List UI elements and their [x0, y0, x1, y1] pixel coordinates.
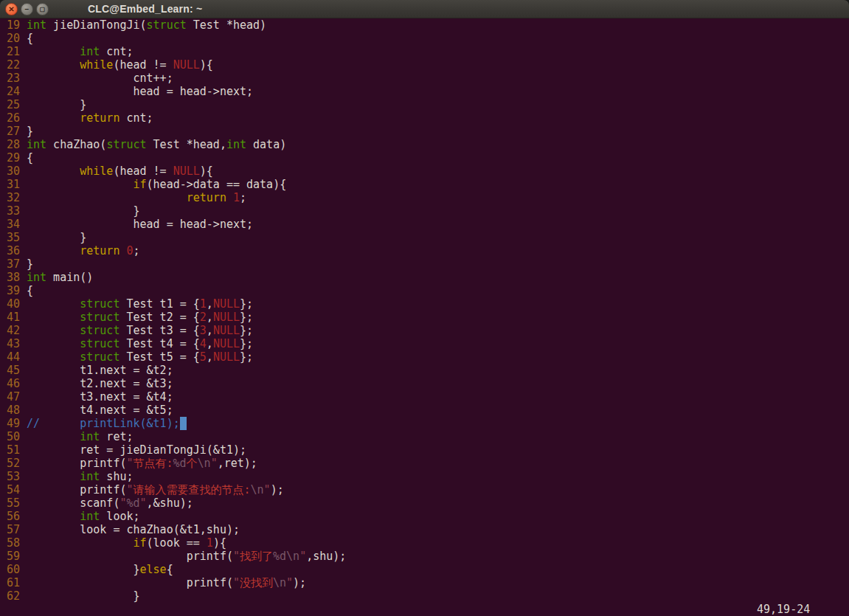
line-number: 56	[0, 510, 20, 523]
code-line[interactable]: 28int chaZhao(struct Test *head,int data…	[0, 138, 849, 151]
code-token	[226, 191, 233, 204]
code-line[interactable]: 53 int shu;	[0, 470, 849, 483]
code-line[interactable]: 48 t4.next = &t5;	[0, 404, 849, 417]
code-line[interactable]: 21 int cnt;	[0, 45, 849, 58]
code-token: struct	[147, 18, 187, 32]
code-token: head = head->next;	[27, 218, 253, 231]
line-number: 35	[0, 231, 20, 244]
window-title: CLC@Embed_Learn: ~	[88, 3, 202, 15]
code-line[interactable]: 58 if(look == 1){	[0, 536, 849, 550]
code-line[interactable]: 30 while(head != NULL){	[0, 165, 849, 178]
code-line[interactable]: 23 cnt++;	[0, 72, 849, 85]
close-button-icon[interactable]: ✕	[5, 3, 18, 15]
code-line[interactable]: 35 }	[0, 231, 849, 244]
line-number: 22	[0, 58, 20, 72]
code-line[interactable]: 46 t2.next = &t3;	[0, 377, 849, 390]
code-line[interactable]: 33 }	[0, 204, 849, 218]
code-token: (head !=	[113, 58, 173, 72]
code-line[interactable]: 42 struct Test t3 = {3,NULL};	[0, 324, 849, 337]
code-token: 请输入需要查找的节点:	[134, 483, 251, 496]
code-line[interactable]: 56 int look;	[0, 510, 849, 523]
code-token: "	[299, 550, 306, 563]
code-line[interactable]: 39{	[0, 284, 849, 297]
code-line[interactable]: 60 }else{	[0, 563, 849, 576]
code-line[interactable]: 51 ret = jieDianTongJi(&t1);	[0, 443, 849, 457]
code-line[interactable]: 36 return 0;	[0, 244, 849, 257]
line-number: 49	[0, 417, 20, 430]
code-token: printf(	[27, 550, 233, 563]
code-line[interactable]: 19int jieDianTongJi(struct Test *head)	[0, 18, 849, 32]
code-line[interactable]: 45 t1.next = &t2;	[0, 364, 849, 377]
code-token: NULL	[213, 297, 240, 311]
code-line[interactable]: 26 return cnt;	[0, 111, 849, 125]
line-number: 36	[0, 244, 20, 257]
code-text: if(look == 1){	[27, 536, 226, 550]
code-line[interactable]: 40 struct Test t1 = {1,NULL};	[0, 297, 849, 311]
code-text: int ret;	[27, 430, 134, 443]
code-token: "	[286, 576, 293, 589]
code-line[interactable]: 38int main()	[0, 271, 849, 284]
code-line[interactable]: 44 struct Test t5 = {5,NULL};	[0, 350, 849, 364]
line-number: 61	[0, 576, 20, 589]
line-number: 26	[0, 111, 20, 125]
code-text: t2.next = &t3;	[27, 377, 173, 390]
window-controls: ✕ − ▢	[5, 3, 49, 15]
code-line[interactable]: 52 printf("节点有:%d个\n",ret);	[0, 457, 849, 470]
code-line[interactable]: 41 struct Test t2 = {2,NULL};	[0, 311, 849, 324]
code-line[interactable]: 57 look = chaZhao(&t1,shu);	[0, 523, 849, 536]
code-line[interactable]: 55 scanf("%d",&shu);	[0, 496, 849, 510]
code-token	[27, 178, 134, 191]
code-text: }	[27, 257, 33, 271]
code-line[interactable]: 34 head = head->next;	[0, 218, 849, 231]
code-line[interactable]: 59 printf("找到了%d\n",shu);	[0, 550, 849, 563]
line-number: 20	[0, 32, 20, 45]
code-text: return cnt;	[27, 111, 153, 125]
code-token: Test t4 = {	[119, 337, 199, 350]
code-line[interactable]: 49// printLink(&t1);	[0, 417, 849, 430]
titlebar[interactable]: ✕ − ▢ CLC@Embed_Learn: ~	[0, 0, 849, 18]
code-token: 5	[200, 350, 207, 364]
code-token: if	[134, 178, 147, 191]
vim-editor[interactable]: 19int jieDianTongJi(struct Test *head)20…	[0, 18, 849, 616]
code-token	[27, 244, 80, 257]
line-number: 48	[0, 404, 20, 417]
code-token	[27, 191, 187, 204]
code-line[interactable]: 47 t3.next = &t4;	[0, 390, 849, 404]
code-text: }	[27, 98, 86, 111]
maximize-button-icon[interactable]: ▢	[36, 3, 49, 15]
code-token	[27, 311, 80, 324]
code-text: ret = jieDianTongJi(&t1);	[27, 443, 246, 457]
code-line[interactable]: 22 while(head != NULL){	[0, 58, 849, 72]
code-line[interactable]: 43 struct Test t4 = {4,NULL};	[0, 337, 849, 350]
code-text: while(head != NULL){	[27, 165, 213, 178]
code-line[interactable]: 54 printf("请输入需要查找的节点:\n");	[0, 483, 849, 496]
code-text: }	[27, 589, 140, 603]
code-line[interactable]: 27}	[0, 125, 849, 138]
code-line[interactable]: 25 }	[0, 98, 849, 111]
code-token: ,	[207, 350, 213, 364]
code-token: };	[240, 337, 253, 350]
line-number: 33	[0, 204, 20, 218]
code-token: "	[233, 550, 240, 563]
code-token: return	[80, 244, 119, 257]
code-token: ret = jieDianTongJi(&t1);	[27, 443, 246, 457]
code-line[interactable]: 37}	[0, 257, 849, 271]
code-token: ,	[207, 337, 213, 350]
code-line[interactable]: 29{	[0, 151, 849, 165]
code-token: if	[134, 536, 147, 550]
code-line[interactable]: 50 int ret;	[0, 430, 849, 443]
code-line[interactable]: 20{	[0, 32, 849, 45]
line-number: 30	[0, 165, 20, 178]
line-number: 62	[0, 589, 20, 603]
line-number: 32	[0, 191, 20, 204]
code-text: }else{	[27, 563, 173, 576]
minimize-button-icon[interactable]: −	[21, 3, 33, 15]
code-token	[27, 111, 80, 125]
code-token: printf(	[27, 483, 126, 496]
code-line[interactable]: 32 return 1;	[0, 191, 849, 204]
code-line[interactable]: 24 head = head->next;	[0, 85, 849, 98]
code-line[interactable]: 62 }	[0, 589, 849, 603]
code-line[interactable]: 61 printf("没找到\n");	[0, 576, 849, 589]
code-line[interactable]: 31 if(head->data == data){	[0, 178, 849, 191]
code-text: head = head->next;	[27, 218, 253, 231]
